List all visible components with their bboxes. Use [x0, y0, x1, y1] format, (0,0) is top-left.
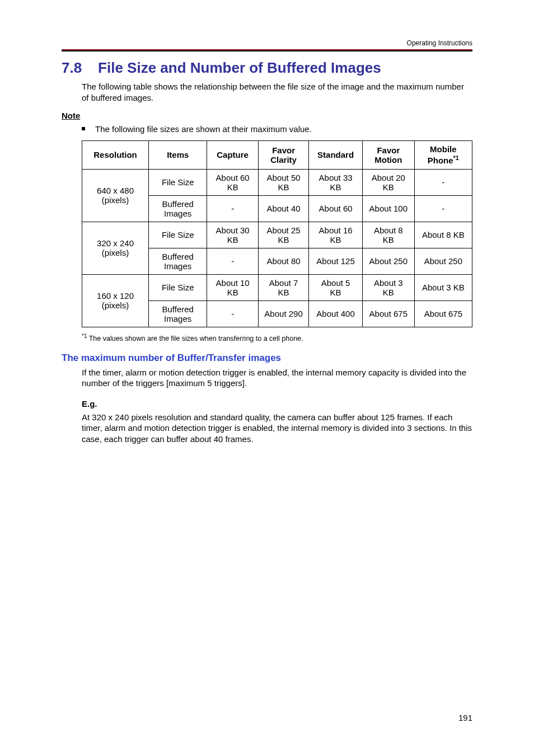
bullet-item: The following file sizes are shown at th…: [82, 124, 472, 135]
cell-item: Buffered Images: [149, 248, 207, 274]
cell-resolution: 320 x 240 (pixels): [82, 222, 149, 274]
table-row: 160 x 120 (pixels) File Size About 10 KB…: [82, 274, 472, 300]
bullet-icon: [82, 127, 85, 130]
cell-standard: About 125: [309, 248, 363, 274]
cell-clarity: About 50 KB: [258, 169, 308, 195]
cell-standard: About 60: [309, 195, 363, 222]
col-items: Items: [149, 140, 207, 169]
note-label: Note: [62, 111, 472, 120]
table-row: 640 x 480 (pixels) File Size About 60 KB…: [82, 169, 472, 195]
section-heading: 7.8 File Size and Number of Buffered Ima…: [62, 59, 472, 77]
header-rule: [62, 49, 472, 51]
subsection-paragraph: If the timer, alarm or motion detection …: [82, 367, 472, 389]
cell-motion: About 20 KB: [362, 169, 414, 195]
bullet-text: The following file sizes are shown at th…: [95, 124, 312, 135]
cell-item: File Size: [149, 169, 207, 195]
cell-capture: -: [207, 195, 259, 222]
col-capture: Capture: [207, 140, 259, 169]
cell-item: Buffered Images: [149, 300, 207, 327]
cell-item: File Size: [149, 222, 207, 248]
cell-motion: About 100: [362, 195, 414, 222]
page-number: 191: [458, 713, 472, 722]
col-resolution: Resolution: [82, 140, 149, 169]
cell-capture: -: [207, 300, 259, 327]
cell-mobile: About 8 KB: [414, 222, 472, 248]
table-header-row: Resolution Items Capture Favor Clarity S…: [82, 140, 472, 169]
cell-item: Buffered Images: [149, 195, 207, 222]
col-favor-clarity: Favor Clarity: [258, 140, 308, 169]
cell-motion: About 250: [362, 248, 414, 274]
cell-item: File Size: [149, 274, 207, 300]
cell-resolution: 640 x 480 (pixels): [82, 169, 149, 222]
table-footnote: *1 The values shown are the file sizes w…: [82, 333, 472, 342]
cell-motion: About 8 KB: [362, 222, 414, 248]
cell-clarity: About 80: [258, 248, 308, 274]
cell-motion: About 3 KB: [362, 274, 414, 300]
cell-clarity: About 25 KB: [258, 222, 308, 248]
buffered-images-table: Resolution Items Capture Favor Clarity S…: [82, 140, 472, 327]
cell-standard: About 16 KB: [309, 222, 363, 248]
cell-capture: About 10 KB: [207, 274, 259, 300]
cell-mobile: -: [414, 169, 472, 195]
cell-motion: About 675: [362, 300, 414, 327]
intro-paragraph: The following table shows the relationsh…: [82, 81, 472, 103]
cell-clarity: About 290: [258, 300, 308, 327]
example-label: E.g.: [82, 399, 472, 408]
mobile-phone-sup: *1: [453, 154, 459, 161]
section-number: 7.8: [62, 59, 82, 76]
col-mobile-phone: Mobile Phone*1: [414, 140, 472, 169]
section-title: File Size and Number of Buffered Images: [98, 59, 381, 76]
cell-capture: About 60 KB: [207, 169, 259, 195]
mobile-phone-text: Mobile Phone: [428, 144, 457, 165]
cell-mobile: About 3 KB: [414, 274, 472, 300]
cell-standard: About 33 KB: [309, 169, 363, 195]
cell-standard: About 400: [309, 300, 363, 327]
page-container: Operating Instructions 7.8 File Size and…: [0, 0, 534, 488]
running-header: Operating Instructions: [62, 39, 472, 47]
col-favor-motion: Favor Motion: [362, 140, 414, 169]
cell-mobile: About 250: [414, 248, 472, 274]
cell-resolution: 160 x 120 (pixels): [82, 274, 149, 327]
cell-standard: About 5 KB: [309, 274, 363, 300]
table-row: 320 x 240 (pixels) File Size About 30 KB…: [82, 222, 472, 248]
cell-mobile: About 675: [414, 300, 472, 327]
cell-capture: -: [207, 248, 259, 274]
footnote-text: The values shown are the file sizes when…: [87, 335, 303, 342]
cell-clarity: About 40: [258, 195, 308, 222]
cell-mobile: -: [414, 195, 472, 222]
subsection-heading: The maximum number of Buffer/Transfer im…: [62, 353, 472, 364]
cell-capture: About 30 KB: [207, 222, 259, 248]
col-standard: Standard: [309, 140, 363, 169]
example-paragraph: At 320 x 240 pixels resolution and stand…: [82, 412, 472, 445]
cell-clarity: About 7 KB: [258, 274, 308, 300]
